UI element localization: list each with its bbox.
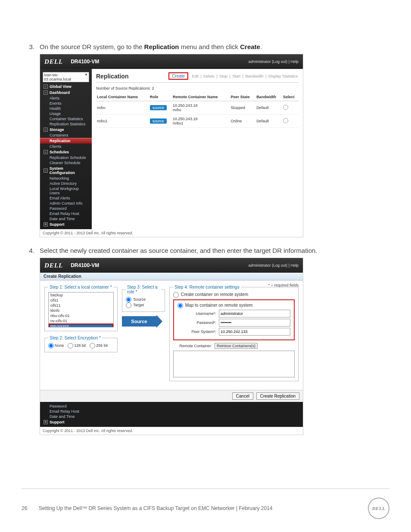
enc-128[interactable]: 128 bit xyxy=(68,343,86,348)
sidebar-support[interactable]: +Support xyxy=(40,221,92,227)
opt-create-remote[interactable]: Create container on remote system xyxy=(173,292,248,297)
opt-map-label: Map to container on remote system xyxy=(185,303,253,308)
step4-text: Select the newly created container as so… xyxy=(40,247,389,254)
sidebar-datetime[interactable]: Date and Time xyxy=(40,414,303,419)
retrieve-containers-button[interactable]: Retrieve Containers(s) xyxy=(215,343,258,349)
admin-link[interactable]: administrator (Log out) xyxy=(249,59,288,64)
enc-256[interactable]: 256 bit xyxy=(90,343,108,348)
remote-container-list[interactable] xyxy=(173,351,295,377)
table-row[interactable]: nvbu source 10.250.243.18nvbu Stopped De… xyxy=(96,101,299,115)
list-item[interactable]: cifs1 xyxy=(49,298,113,303)
dell-logo: DELL xyxy=(44,58,63,65)
sidebar-datetime[interactable]: Date and Time xyxy=(40,216,92,221)
source-arrow: Source xyxy=(122,316,156,327)
action-delete[interactable]: Delete xyxy=(203,74,215,78)
radio-none[interactable] xyxy=(48,343,54,348)
cell-local: nvbu1 xyxy=(96,115,149,128)
cell-state: Online xyxy=(230,115,256,128)
role-target-label: Target xyxy=(133,303,144,307)
sidebar-schedules[interactable]: -Schedules xyxy=(40,149,92,155)
step3-pre: On the source DR system, go to the xyxy=(40,43,144,50)
cell-bw: Default xyxy=(255,101,282,115)
list-item[interactable]: kknfs xyxy=(49,308,113,313)
help-link[interactable]: Help xyxy=(290,263,299,268)
cancel-button[interactable]: Cancel xyxy=(232,392,253,400)
enc-none[interactable]: None xyxy=(48,343,64,348)
sidebar-password[interactable]: Password xyxy=(40,206,92,211)
radio-create-remote[interactable] xyxy=(173,292,179,298)
topbar-right: administrator (Log out) | Help xyxy=(249,263,299,268)
role-source[interactable]: Source xyxy=(126,297,161,302)
sidebar-lwu[interactable]: Local Workgroup Users xyxy=(40,186,92,196)
remote-name: nvbu1 xyxy=(173,121,184,125)
sidebar-containers[interactable]: Containers xyxy=(40,133,92,138)
role-badge: source xyxy=(150,105,167,110)
radio-target[interactable] xyxy=(126,302,131,308)
radio-map-remote[interactable] xyxy=(177,303,183,308)
role-badge: source xyxy=(150,118,167,124)
action-start[interactable]: Start xyxy=(232,74,240,78)
sidebar-alerts[interactable]: Alerts xyxy=(40,96,92,101)
row-select-radio[interactable] xyxy=(283,118,288,123)
sidebar-events[interactable]: Events xyxy=(40,101,92,106)
role-source-label: Source xyxy=(134,297,146,302)
sidebar-sysconf[interactable]: -System Configuration xyxy=(40,165,92,176)
sidebar-ad[interactable]: Active Directory xyxy=(40,181,92,186)
list-item[interactable]: nbu-cifs-01 xyxy=(49,313,113,318)
sidebar-storage[interactable]: -Storage xyxy=(40,127,92,133)
sidebar-clients[interactable]: Clients xyxy=(40,144,92,149)
host-dropdown-value: ivan-sw-03.ocarina.local xyxy=(44,73,84,81)
local-container-list[interactable]: backup cifs1 cifs11 kknfs nbu-cifs-01 nv… xyxy=(48,292,114,327)
sidebar-container-stats[interactable]: Container Statistics xyxy=(40,116,92,121)
create-replication-button[interactable]: Create Replication xyxy=(256,392,299,400)
peer-input[interactable] xyxy=(219,328,290,336)
password-input[interactable] xyxy=(219,319,290,327)
screenshot-replication-list: DELL DR4100-VM administrator (Log out) |… xyxy=(40,54,303,237)
sidebar-networking[interactable]: Networking xyxy=(40,176,92,181)
sidebar-replication[interactable]: Replication xyxy=(40,138,92,144)
admin-link[interactable]: administrator (Log out) xyxy=(249,263,288,268)
sidebar-email-alerts[interactable]: Email Alerts xyxy=(40,196,92,201)
sidebar-health[interactable]: Health xyxy=(40,106,92,111)
help-link[interactable]: Help xyxy=(290,59,299,64)
sidebar-password[interactable]: Password xyxy=(40,404,303,409)
radio-128[interactable] xyxy=(68,343,73,348)
row-select-radio[interactable] xyxy=(283,105,288,110)
sidebar-email-relay[interactable]: Email Relay Host xyxy=(40,211,92,216)
host-dropdown[interactable]: ivan-sw-03.ocarina.local▼ xyxy=(43,72,89,82)
step3-fieldset: Step 3: Select a role * Source Target xyxy=(122,285,165,312)
sidebar-remainder: Password Email Relay Host Date and Time … xyxy=(40,402,303,427)
action-display-stats[interactable]: Display Statistics xyxy=(268,74,298,78)
list-item[interactable]: cifs11 xyxy=(49,303,113,308)
list-item[interactable]: nv-cifs-01 xyxy=(49,318,113,324)
model-label: DR4100-VM xyxy=(71,262,99,268)
opt-create-label: Create container on remote system xyxy=(181,292,248,297)
list-item[interactable]: backup xyxy=(49,292,113,298)
username-input[interactable] xyxy=(219,310,290,317)
opt-map-remote[interactable]: Map to container on remote system xyxy=(177,303,253,308)
sidebar-rep-schedule[interactable]: Replication Schedule xyxy=(40,155,92,160)
action-edit[interactable]: Edit xyxy=(192,74,199,78)
sidebar-usage[interactable]: Usage xyxy=(40,111,92,116)
dell-circle-logo: DELL xyxy=(368,498,389,519)
table-row[interactable]: nvbu1 source 10.250.243.18nvbu1 Online D… xyxy=(96,115,299,128)
list-item-selected[interactable]: rep-source xyxy=(49,324,113,327)
action-bandwidth[interactable]: Bandwidth xyxy=(246,74,264,78)
remote-name: nvbu xyxy=(173,108,181,112)
create-button[interactable]: Create xyxy=(168,72,188,80)
remote-settings-highlight: Map to container on remote system Userna… xyxy=(173,299,295,340)
role-target[interactable]: Target xyxy=(126,302,161,308)
sidebar-admin-contact[interactable]: Admin Contact Info xyxy=(40,201,92,206)
radio-source[interactable] xyxy=(126,297,131,302)
sidebar-replication-stats[interactable]: Replication Statistics xyxy=(40,121,92,127)
sidebar-email-relay[interactable]: Email Relay Host xyxy=(40,409,303,414)
sidebar-global-view[interactable]: -Global View xyxy=(40,84,92,90)
sidebar-support[interactable]: +Support xyxy=(40,419,303,425)
sidebar-dashboard[interactable]: -Dashboard xyxy=(40,90,92,96)
col-select: Select xyxy=(282,93,299,101)
step1-legend: Step 1: Select a local container * xyxy=(48,285,113,289)
action-stop[interactable]: Stop xyxy=(219,74,227,78)
step4-instruction: 4. Select the newly created container as… xyxy=(22,247,389,254)
sidebar-cleaner-schedule[interactable]: Cleaner Schedule xyxy=(40,160,92,165)
radio-256[interactable] xyxy=(90,343,95,348)
